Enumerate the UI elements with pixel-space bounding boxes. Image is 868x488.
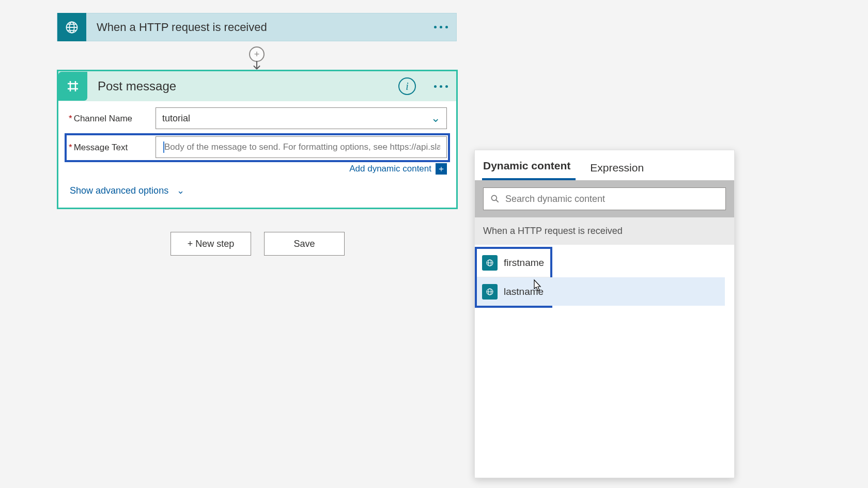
add-dynamic-content-button[interactable]: ＋ [436, 163, 447, 175]
http-icon [482, 284, 498, 300]
ellipsis-icon [434, 85, 448, 88]
message-label-text: Message Text [74, 143, 128, 153]
text-caret [163, 141, 164, 153]
dynamic-item-firstname[interactable]: firstname [477, 249, 550, 277]
channel-dropdown[interactable]: tutorial ⌄ [156, 107, 447, 129]
dynamic-panel-tabs: Dynamic content Expression [475, 150, 734, 180]
channel-label: *Channel Name [68, 107, 156, 130]
svg-point-2 [491, 195, 497, 200]
dynamic-item-lastname[interactable]: lastname [477, 277, 725, 306]
flow-connector: + [244, 41, 270, 70]
dynamic-content-panel: Dynamic content Expression When a HTTP r… [474, 150, 735, 478]
dynamic-search-band [475, 180, 734, 217]
slack-icon [58, 72, 87, 101]
add-dynamic-content-link[interactable]: Add dynamic content [349, 164, 431, 174]
chevron-down-icon: ⌄ [177, 185, 184, 196]
action-body: *Channel Name tutorial ⌄ *Message Text A… [58, 101, 456, 208]
message-text-field[interactable] [162, 142, 440, 152]
trigger-title: When a HTTP request is received [86, 21, 425, 34]
info-icon[interactable]: i [398, 77, 416, 95]
save-button[interactable]: Save [264, 232, 345, 256]
action-menu-button[interactable] [425, 71, 456, 101]
message-label: *Message Text [68, 136, 156, 159]
http-icon [482, 255, 498, 271]
dynamic-search-box[interactable] [483, 187, 726, 210]
new-step-button[interactable]: + New step [171, 232, 251, 256]
action-title: Post message [87, 79, 398, 93]
ellipsis-icon [434, 26, 448, 28]
message-row-highlight: *Message Text [65, 133, 450, 162]
show-advanced-options[interactable]: Show advanced options ⌄ [68, 182, 447, 197]
add-dynamic-content-row: Add dynamic content ＋ [68, 163, 447, 175]
channel-row: *Channel Name tutorial ⌄ [68, 107, 447, 130]
channel-value: tutorial [162, 113, 431, 124]
http-trigger-icon [57, 13, 86, 41]
message-row: *Message Text [68, 136, 447, 159]
channel-label-text: Channel Name [74, 114, 132, 124]
action-card: Post message i *Channel Name tutorial ⌄ … [57, 70, 458, 209]
tab-dynamic-content[interactable]: Dynamic content [482, 153, 576, 180]
dynamic-search-input[interactable] [505, 194, 719, 204]
dynamic-group-header: When a HTTP request is received [475, 217, 734, 245]
dynamic-items-highlight: firstname lastname [475, 247, 552, 308]
advanced-options-label: Show advanced options [70, 185, 168, 196]
footer-buttons: + New step Save [171, 232, 345, 256]
action-header[interactable]: Post message i [58, 71, 456, 101]
dynamic-item-label: lastname [504, 286, 544, 297]
search-icon [490, 194, 500, 204]
trigger-card[interactable]: When a HTTP request is received [57, 13, 457, 41]
chevron-down-icon: ⌄ [431, 112, 440, 125]
trigger-menu-button[interactable] [425, 13, 456, 41]
dynamic-item-label: firstname [504, 257, 544, 269]
tab-expression[interactable]: Expression [589, 155, 649, 180]
message-text-input[interactable] [156, 136, 447, 158]
